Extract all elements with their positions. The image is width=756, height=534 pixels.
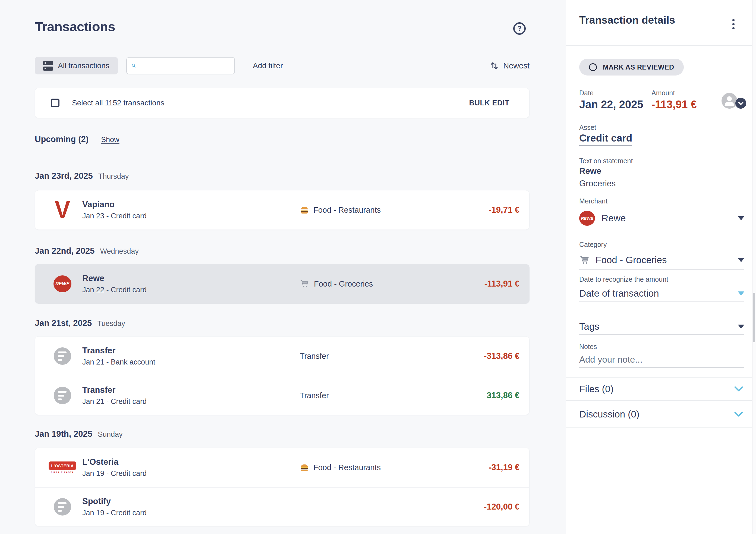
transaction-subtitle: Jan 21 - Bank account [82,358,155,366]
transaction-amount: -31,19 € [489,463,520,472]
assignee-avatar[interactable] [721,93,753,110]
sort-button[interactable]: Newest [490,61,529,70]
transactions-app: Transactions ? All transactions Add filt… [0,0,756,534]
group-weekday: Wednesday [100,247,139,256]
transaction-amount: -113,91 € [484,279,520,289]
merchant-name: Transfer [82,346,155,355]
select-all-label: Select all 1152 transactions [72,98,164,107]
cart-icon [579,255,590,266]
mark-as-reviewed-button[interactable]: MARK AS REVIEWED [579,59,684,75]
asset-link[interactable]: Credit card [579,132,632,146]
merchant-name: Rewe [82,273,147,283]
search-input[interactable] [136,58,234,74]
scrollbar-thumb[interactable] [753,293,755,342]
group-weekday: Tuesday [97,320,125,328]
statement-line1: Rewe [579,166,601,176]
group-weekday: Sunday [98,430,123,439]
transaction-card: Transfer Jan 21 - Bank account Transfer … [35,336,529,415]
group-header: Jan 22nd, 2025 Wednesday [35,246,139,256]
vapiano-logo: V [47,199,77,220]
category-select[interactable]: Food - Groceries [579,250,744,270]
transaction-amount: -313,86 € [484,351,520,361]
transaction-category: Transfer [300,352,329,361]
chevron-down-icon [734,411,743,417]
person-icon [721,93,737,109]
transaction-row-vapiano[interactable]: V Vapiano Jan 23 - Credit card Food - Re… [35,190,529,230]
transaction-card: L'OSTERIAPIZZA E PASTA L'Osteria Jan 19 … [35,448,529,526]
transaction-amount: -120,00 € [484,502,520,512]
asset-label: Asset [579,124,596,131]
transaction-subtitle: Jan 23 - Credit card [82,212,147,220]
search-icon [131,60,136,71]
rewe-logo: REWE [579,211,595,226]
upcoming-section: Upcoming (2) Show [35,134,120,144]
list-rows-icon [43,61,53,70]
merchant-name: L'Osteria [82,457,147,467]
files-accordion[interactable]: Files (0) [566,377,756,401]
kebab-menu-icon[interactable] [731,18,736,30]
chevron-down-icon [734,386,743,392]
caret-down-icon[interactable] [738,216,744,220]
merchant-label: Merchant [579,197,608,205]
rewe-logo: REWE [47,275,77,292]
search-box[interactable] [126,57,235,74]
transfer-lines-icon [47,387,77,404]
discussion-label: Discussion (0) [579,409,639,420]
amount-label: Amount [651,89,675,97]
merchant-value: Rewe [602,213,626,224]
transaction-row-transfer-in[interactable]: Transfer Jan 21 - Credit card Transfer 3… [35,376,529,415]
category-label: Category [579,241,607,248]
caret-down-icon[interactable] [738,258,744,262]
group-date: Jan 23rd, 2025 [35,171,93,181]
group-header: Jan 23rd, 2025 Thursday [35,171,129,181]
select-all-checkbox[interactable] [51,98,60,107]
scrollbar-track[interactable] [752,0,756,534]
group-date: Jan 21st, 2025 [35,318,92,328]
panel-title: Transaction details [579,14,675,26]
notes-label: Notes [579,343,597,351]
burger-icon [300,463,309,472]
recognize-date-select[interactable]: Date of transaction [579,285,744,302]
transaction-subtitle: Jan 21 - Credit card [82,397,147,406]
transaction-row-rewe[interactable]: REWE Rewe Jan 22 - Credit card Food - Gr… [35,264,529,303]
transfer-lines-icon [47,348,77,365]
page-title: Transactions [35,19,115,34]
group-header: Jan 21st, 2025 Tuesday [35,318,125,328]
date-label: Date [579,89,594,97]
upcoming-label: Upcoming (2) [35,134,89,144]
all-transactions-button[interactable]: All transactions [35,57,118,74]
bulk-edit-button[interactable]: BULK EDIT [469,99,510,107]
add-filter-button[interactable]: Add filter [253,61,283,70]
discussion-accordion[interactable]: Discussion (0) [566,402,756,428]
transaction-category: Food - Groceries [300,279,373,289]
upcoming-show-link[interactable]: Show [101,135,120,144]
burger-icon [300,205,309,214]
recognize-date-label: Date to recognize the amount [579,275,668,283]
notes-input[interactable]: Add your note... [579,352,744,368]
merchant-select[interactable]: REWE Rewe [579,207,744,230]
avatar-chevron-badge[interactable] [735,98,746,110]
all-transactions-label: All transactions [58,61,109,70]
transaction-category: Food - Restaurants [300,205,381,214]
statement-label: Text on statement [579,157,633,165]
group-weekday: Thursday [98,172,129,181]
sort-label: Newest [503,61,529,70]
transaction-row-transfer-out[interactable]: Transfer Jan 21 - Bank account Transfer … [35,337,529,376]
help-icon[interactable]: ? [513,22,526,35]
tags-select[interactable]: Tags [579,319,744,335]
transfer-lines-icon [47,498,77,516]
caret-down-icon[interactable] [738,324,744,329]
transaction-category: Food - Restaurants [300,463,381,472]
group-header: Jan 19th, 2025 Sunday [35,429,123,439]
merchant-name: Vapiano [82,200,147,210]
caret-down-icon[interactable] [738,292,744,295]
transaction-subtitle: Jan 19 - Credit card [82,509,147,517]
merchant-name: Spotify [82,496,147,506]
losteria-logo: L'OSTERIAPIZZA E PASTA [47,462,77,473]
cart-icon [300,279,310,289]
transaction-row-spotify[interactable]: Spotify Jan 19 - Credit card -120,00 € [35,487,529,526]
files-label: Files (0) [579,383,613,394]
transaction-card-selected: REWE Rewe Jan 22 - Credit card Food - Gr… [35,264,529,304]
transaction-row-losteria[interactable]: L'OSTERIAPIZZA E PASTA L'Osteria Jan 19 … [35,448,529,487]
review-circle-icon [589,63,597,71]
